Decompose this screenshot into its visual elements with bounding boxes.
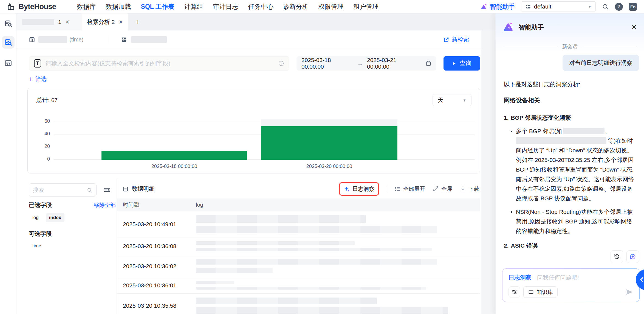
interval-value: 天 (438, 96, 444, 104)
search-icon[interactable] (602, 3, 609, 10)
remove-all-button[interactable]: 移除全部 (94, 201, 116, 209)
topnav-menu: 数据库数据加载SQL 工作表计算组审计日志任务中心诊断分析权限管理租户管理 (77, 2, 379, 11)
log-insight-button[interactable]: 日志洞察 (344, 185, 374, 193)
topnav-right: 智能助手 default ▼ ? En (480, 1, 637, 12)
table-row[interactable]: 2025-03-20 10:36:08 (117, 237, 480, 255)
table-row[interactable]: 2025-03-20 10:36:02 (117, 255, 480, 277)
send-icon[interactable] (625, 288, 633, 296)
redacted-text (196, 248, 432, 251)
rail-item-search-analysis-icon[interactable] (2, 36, 15, 49)
table-title: 数据明细 (132, 185, 155, 193)
redacted-text (196, 298, 377, 304)
date-from[interactable]: 2025-03-18 00:00:00 (301, 57, 353, 70)
assistant-title: 智能助手 (519, 23, 544, 32)
field-tag-log[interactable]: log (32, 215, 39, 220)
close-icon[interactable]: ✕ (119, 19, 123, 25)
download-button[interactable]: 下载 (460, 185, 479, 193)
table-toolbar: 数据明细 日志洞察 (117, 181, 480, 197)
table-rows: 2025-03-20 10:49:01 2025-03-20 10:36:08 … (117, 211, 480, 314)
rail-item-code-window-icon[interactable] (2, 57, 15, 69)
expand-all-button[interactable]: 全部展开 (395, 185, 425, 193)
rail-item-data-query-icon[interactable] (2, 17, 15, 30)
add-tab-button[interactable]: + (128, 13, 147, 30)
timestamp-cell: 2025-03-20 10:35:58 (117, 294, 196, 314)
tab-search-1[interactable]: 1 ✕ (16, 13, 81, 30)
bytehouse-logo[interactable]: ByteHouse (7, 2, 56, 11)
table-title-group: 数据明细 (122, 185, 155, 193)
log-cell-redacted (196, 277, 480, 293)
table-icon (29, 37, 35, 43)
close-icon[interactable]: ✕ (631, 23, 637, 31)
tab-strip: 1 ✕ 检索分析 2 ✕ + (16, 13, 495, 30)
x-axis-tick: 2025-03-20 00:00:00 (306, 164, 352, 169)
histogram-bar[interactable] (261, 126, 397, 160)
redacted-text (196, 268, 273, 273)
insight-list: 1.BGP 邻居状态变化频繁多个 BGP 邻居(如 、 等)在短时间内经历了 “… (504, 113, 637, 250)
redacted-text (38, 36, 67, 43)
tab-search-analysis-2[interactable]: 检索分析 2 ✕ (81, 13, 128, 30)
query-run-button[interactable]: 查询 (444, 56, 480, 71)
new-session-label: 新会话 (562, 43, 578, 50)
assistant-nav-link[interactable]: 智能助手 (480, 2, 515, 11)
column-timestamp[interactable]: 时间戳 (117, 201, 196, 209)
date-range-picker[interactable]: 2025-03-18 00:00:00 → 2025-03-21 00:00:0… (296, 56, 436, 71)
history-clock-icon (614, 253, 620, 260)
nav-item[interactable]: 任务中心 (248, 2, 273, 11)
nav-item[interactable]: 数据库 (77, 2, 96, 11)
fulltext-search-box: T (29, 56, 289, 71)
field-tag-time[interactable]: time (32, 243, 41, 249)
nav-item[interactable]: 审计日志 (213, 2, 238, 11)
skills-button[interactable] (509, 286, 520, 298)
insight-item-heading: 2.ASIC 错误 (504, 241, 637, 250)
log-cell-redacted (196, 255, 480, 277)
interval-select[interactable]: 天 ▼ (433, 94, 471, 106)
workspace-selector[interactable]: default ▼ (521, 1, 596, 12)
chart-total-label: 总计: 67 (36, 96, 58, 104)
nav-item[interactable]: 租户管理 (354, 2, 379, 11)
add-filter-button[interactable]: + 筛选 (29, 75, 47, 83)
histogram-bar[interactable] (101, 151, 247, 160)
insight-mode-tag[interactable]: 日志洞察 (509, 274, 532, 281)
nav-item[interactable]: 权限管理 (318, 2, 344, 11)
download-label: 下载 (468, 185, 479, 193)
compute-group-icon (525, 4, 531, 10)
date-to[interactable]: 2025-03-21 00:00:00 (367, 57, 419, 70)
new-search-button[interactable]: 新检索 (444, 36, 469, 43)
column-log[interactable]: log (196, 202, 203, 208)
assistant-quick-actions (611, 250, 639, 263)
nav-item[interactable]: SQL 工作表 (141, 2, 174, 11)
ai-sparkle-icon (344, 186, 350, 192)
tab2-label: 检索分析 2 (87, 18, 115, 26)
nav-item[interactable]: 数据加载 (106, 2, 131, 11)
collapse-panel-icon[interactable] (103, 186, 111, 194)
knowledge-base-button[interactable]: 知识库 (523, 286, 558, 298)
histogram-card: 总计: 67 天 ▼ 02040602025-03-18 00:00:00202… (27, 88, 480, 173)
new-chat-button[interactable] (626, 250, 639, 263)
assistant-logo-icon (502, 21, 514, 33)
assistant-question-input[interactable] (537, 274, 633, 281)
y-axis-tick: 0 (39, 156, 50, 162)
fullscreen-button[interactable]: 全屏 (433, 185, 452, 193)
nav-item[interactable]: 诊断分析 (283, 2, 309, 11)
selected-fields-list: log index (32, 213, 64, 222)
table-row[interactable]: 2025-03-20 10:49:01 (117, 211, 480, 237)
workflow-icon (511, 289, 517, 295)
download-icon (460, 186, 466, 192)
history-button[interactable] (611, 250, 623, 263)
log-cell-redacted (196, 237, 480, 255)
fulltext-search-input[interactable] (46, 60, 274, 67)
redacted-text (196, 226, 437, 234)
table-row[interactable]: 2025-03-20 10:36:01 (117, 277, 480, 294)
detail-grid-icon (122, 186, 129, 192)
info-icon[interactable] (278, 60, 284, 66)
field-tag-index[interactable]: index (46, 213, 64, 222)
field-search-input[interactable] (33, 187, 84, 193)
nav-item[interactable]: 计算组 (184, 2, 203, 11)
close-icon[interactable]: ✕ (65, 19, 70, 25)
help-icon[interactable]: ? (615, 3, 623, 11)
divider (387, 185, 387, 193)
timestamp-cell: 2025-03-20 10:36:01 (117, 277, 196, 293)
language-toggle[interactable]: En (629, 3, 637, 11)
table-row[interactable]: 2025-03-20 10:35:58 (117, 294, 480, 314)
workspace-value: default (534, 3, 551, 10)
